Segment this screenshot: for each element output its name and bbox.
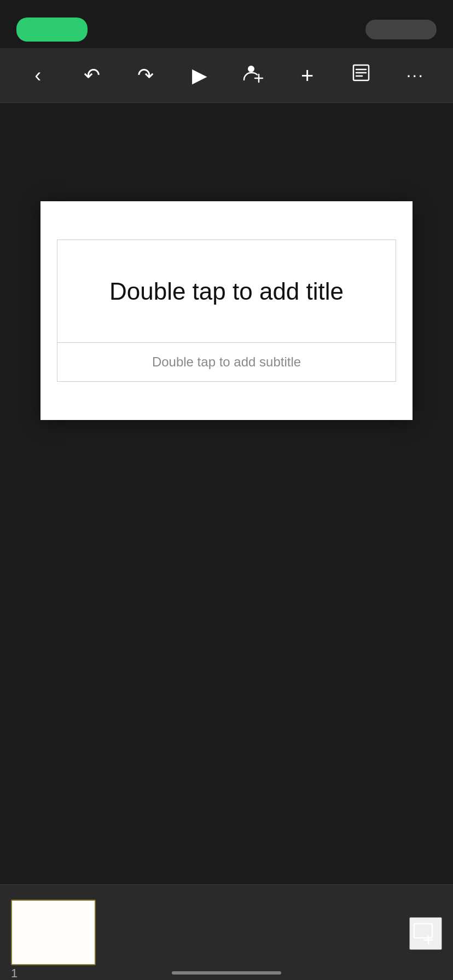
slide-title-placeholder[interactable]: Double tap to add title xyxy=(109,278,344,305)
add-icon: + xyxy=(301,65,313,86)
redo-button[interactable]: ↷ xyxy=(129,59,162,92)
subtitle-area[interactable]: Double tap to add subtitle xyxy=(57,343,396,381)
status-bar xyxy=(0,0,453,48)
add-slide-button[interactable] xyxy=(409,917,442,950)
toolbar: ‹ ↶ ↷ ▶ + ··· xyxy=(0,48,453,103)
carrier-indicator xyxy=(16,18,88,42)
svg-rect-7 xyxy=(414,924,432,938)
play-button[interactable]: ▶ xyxy=(183,59,216,92)
notes-icon xyxy=(351,63,371,88)
add-button[interactable]: + xyxy=(291,59,324,92)
back-button[interactable]: ‹ xyxy=(21,59,54,92)
slide-inner: Double tap to add title Double tap to ad… xyxy=(57,240,396,382)
notes-button[interactable] xyxy=(345,59,378,92)
add-person-icon xyxy=(243,62,264,88)
more-icon: ··· xyxy=(406,65,424,85)
undo-icon: ↶ xyxy=(84,64,100,87)
add-person-button[interactable] xyxy=(237,59,270,92)
back-icon: ‹ xyxy=(34,64,41,87)
svg-point-0 xyxy=(248,66,254,72)
slide[interactable]: Double tap to add title Double tap to ad… xyxy=(40,201,413,420)
undo-button[interactable]: ↶ xyxy=(76,59,108,92)
canvas-area[interactable]: Double tap to add title Double tap to ad… xyxy=(0,103,453,890)
home-indicator xyxy=(172,971,281,975)
slide-number-label: 1 xyxy=(11,966,18,980)
thumbnail-content xyxy=(12,901,95,964)
slide-thumbnail-1[interactable] xyxy=(11,900,96,965)
redo-icon: ↷ xyxy=(137,64,154,87)
play-icon: ▶ xyxy=(192,64,207,87)
more-button[interactable]: ··· xyxy=(399,59,432,92)
slide-subtitle-placeholder[interactable]: Double tap to add subtitle xyxy=(152,354,301,370)
title-area[interactable]: Double tap to add title xyxy=(57,240,396,343)
battery-indicator xyxy=(365,20,437,39)
bottom-panel: 1 xyxy=(0,884,453,980)
